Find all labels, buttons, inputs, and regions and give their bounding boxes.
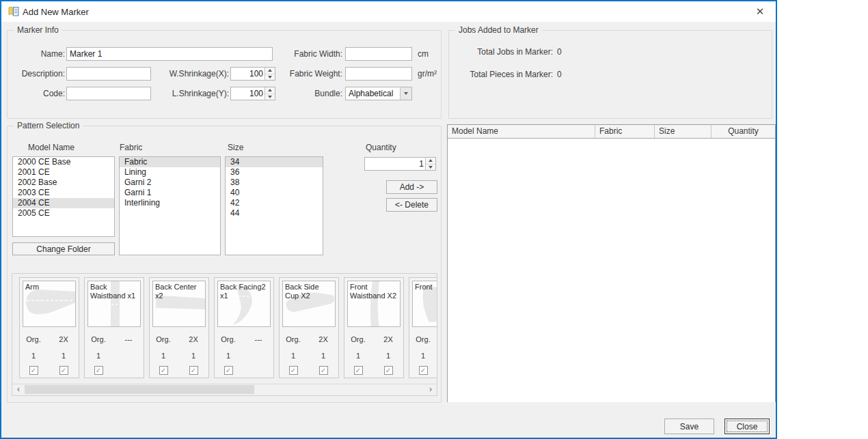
list-item-selected[interactable]: Fabric [120,157,220,167]
piece-name: Back Center x2 [155,283,204,300]
piece-checkbox[interactable]: ✓ [189,366,198,375]
piece-col2-label: 2X [310,335,337,343]
add-button[interactable]: Add -> [386,180,437,194]
piece-thumbnail: Back Center x2 [152,281,206,327]
list-item[interactable]: 36 [226,167,323,178]
list-item[interactable]: 2003 CE [13,188,114,198]
change-folder-button[interactable]: Change Folder [12,242,115,255]
list-item[interactable]: Lining [120,167,220,178]
list-item[interactable]: Garni 1 [120,188,220,198]
pieces-scrollbar[interactable]: ‹ › [13,384,436,395]
fabric-width-field[interactable] [345,47,412,61]
quantity-arrows [425,158,435,170]
piece-val2: 1 [310,352,337,360]
scroll-left-icon[interactable]: ‹ [13,384,24,395]
marker-info-group: Marker Info Name: Fabric Width: cm Descr… [7,30,442,119]
delete-button[interactable]: <- Delete [386,198,437,212]
spin-up-icon[interactable] [426,158,435,164]
bundle-dropdown[interactable]: Alphabetical [345,87,412,100]
column-header-size[interactable]: Size [655,125,711,138]
piece-card[interactable]: Front Org. 1 ✓ [409,277,437,378]
w-shrinkage-value: 100 [232,68,263,80]
piece-card[interactable]: Back Side Cup X2 Org. 2X 1 1 ✓ ✓ [279,277,339,378]
piece-card[interactable]: Back Center x2 Org. 2X 1 1 ✓ ✓ [149,277,209,378]
chevron-down-icon[interactable] [400,87,411,100]
piece-checkbox[interactable]: ✓ [289,366,298,375]
list-item[interactable]: Garni 2 [120,178,220,188]
list-item[interactable]: 2001 CE [13,167,114,178]
list-item[interactable]: 40 [226,188,323,198]
save-button[interactable]: Save [664,419,714,434]
description-label: Description: [8,69,65,79]
column-header-quantity[interactable]: Quantity [711,125,775,138]
close-button[interactable]: Close [724,419,770,434]
piece-card[interactable]: Arm Org. 2X 1 1 ✓ ✓ [19,277,79,378]
piece-card[interactable]: Back Facing2 x1 Org. --- 1 ✓ [214,277,274,378]
l-shrinkage-value: 100 [232,87,263,100]
list-item[interactable]: 2005 CE [13,208,114,218]
list-item[interactable]: 2002 Base [13,178,114,188]
piece-name: Arm [25,283,74,292]
piece-name: Back Waistband x1 [90,283,139,300]
fabric-weight-field[interactable] [345,67,412,81]
piece-checkbox[interactable]: ✓ [354,366,363,375]
fabric-weight-unit: gr/m² [418,69,437,79]
piece-thumbnail: Back Facing2 x1 [217,281,271,327]
list-item[interactable]: Interlining [120,198,220,208]
name-field[interactable] [66,47,273,61]
column-header-fabric[interactable]: Fabric [595,125,655,138]
fabric-width-unit: cm [418,49,429,59]
piece-col1-label: Org. [344,335,372,343]
piece-card[interactable]: Front Waistband X2 Org. 2X 1 1 ✓ ✓ [344,277,404,378]
bundle-label: Bundle: [280,89,342,98]
piece-checkbox[interactable]: ✓ [419,366,428,375]
spin-up-icon[interactable] [265,68,275,74]
fabric-width-label: Fabric Width: [280,49,342,59]
w-shrinkage-arrows [265,68,275,80]
piece-col2-label: 2X [375,335,402,343]
list-item[interactable]: 42 [226,198,323,208]
list-item[interactable]: 44 [226,208,323,218]
piece-checkbox[interactable]: ✓ [29,366,38,375]
piece-checkbox[interactable]: ✓ [159,366,168,375]
name-label: Name: [8,49,65,59]
add-new-marker-dialog: Add New Marker ✕ Marker Info Name: Fabri… [0,0,777,439]
piece-col1-label: Org. [85,335,112,343]
column-header-model-name[interactable]: Model Name [448,125,595,138]
piece-checkbox[interactable]: ✓ [319,366,328,375]
piece-checkbox[interactable]: ✓ [224,366,233,375]
spin-down-icon[interactable] [426,164,435,171]
list-item-selected[interactable]: 34 [226,157,323,167]
spin-down-icon[interactable] [265,94,275,100]
jobs-added-group: Jobs Added to Marker Total Jobs in Marke… [448,30,772,119]
close-icon[interactable]: ✕ [752,5,768,18]
pattern-selection-group: Pattern Selection Model Name Fabric Size… [7,126,442,403]
spin-down-icon[interactable] [265,74,275,81]
list-item[interactable]: 2000 CE Base [13,157,114,167]
code-field[interactable] [66,87,151,100]
piece-checkbox[interactable]: ✓ [94,366,103,375]
list-item-selected[interactable]: 2004 CE [13,198,114,208]
scrollbar-thumb[interactable] [25,385,254,394]
background-area [777,0,868,439]
spin-up-icon[interactable] [265,87,275,94]
list-item[interactable]: 38 [226,178,323,188]
bundle-selected-value: Alphabetical [349,87,399,100]
w-shrinkage-spinner[interactable]: 100 [230,67,275,81]
total-jobs-value: 0 [557,47,562,57]
total-pieces-value: 0 [557,70,562,79]
scroll-right-icon[interactable]: › [425,384,436,395]
piece-col1-label: Org. [150,335,177,343]
piece-card[interactable]: Back Waistband x1 Org. --- 1 ✓ [84,277,144,378]
piece-val1: 1 [150,352,177,360]
piece-thumbnail: Front [412,281,437,327]
piece-checkbox[interactable]: ✓ [59,366,68,375]
piece-val2: 1 [180,352,207,360]
quantity-spinner[interactable]: 1 [364,157,436,171]
piece-val2: 1 [50,352,77,360]
l-shrinkage-spinner[interactable]: 100 [230,87,275,100]
pattern-selection-group-label: Pattern Selection [14,121,83,130]
description-field[interactable] [66,67,151,81]
piece-checkbox[interactable]: ✓ [384,366,393,375]
titlebar: Add New Marker ✕ [1,1,776,22]
